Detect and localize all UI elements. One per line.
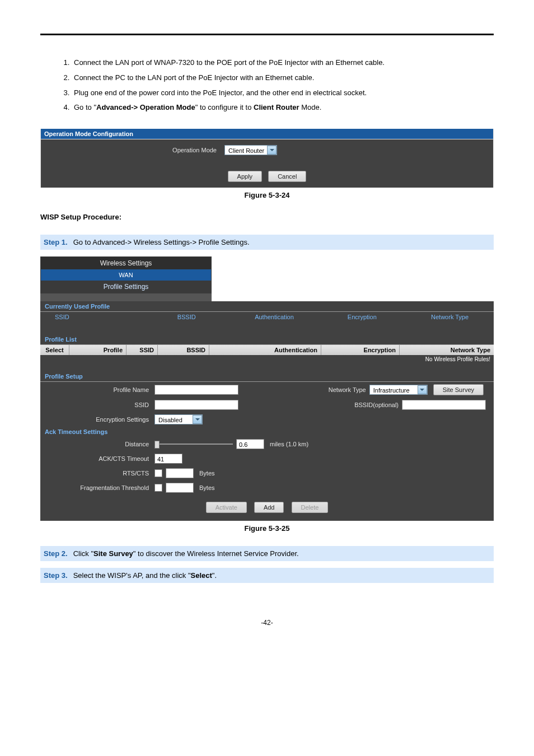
step-1-box: Step 1. Go to Advanced-> Wireless Settin… bbox=[40, 235, 494, 250]
step-3-text: Select the WISP's AP, and the click "Sel… bbox=[73, 571, 217, 580]
txt-bold: Site Survey bbox=[93, 549, 133, 558]
network-type-label: Network Type bbox=[329, 386, 366, 393]
txt: Mode. bbox=[299, 103, 322, 111]
txt-bold: Client Router bbox=[254, 103, 299, 111]
col-auth: Authentication bbox=[231, 314, 318, 320]
page-number: -42- bbox=[40, 619, 494, 627]
col-net: Network Type bbox=[406, 314, 494, 320]
nav-profile-settings[interactable]: Profile Settings bbox=[41, 281, 211, 293]
ack-cts-input[interactable]: 41 bbox=[154, 454, 182, 464]
numbered-list: Connect the LAN port of WNAP-7320 to the… bbox=[40, 55, 494, 115]
step-3-label: Step 3. bbox=[44, 571, 68, 580]
list-item: Connect the PC to the LAN port of the Po… bbox=[72, 71, 494, 86]
distance-label: Distance bbox=[45, 441, 151, 447]
step-2-box: Step 2. Click "Site Survey" to discover … bbox=[40, 546, 494, 561]
nav-gap bbox=[40, 293, 212, 301]
wisp-procedure-heading: WISP Setup Procedure: bbox=[40, 213, 494, 221]
operation-mode-label: Operation Mode bbox=[41, 147, 220, 153]
profile-list-empty: No Wireless Profile Rules! bbox=[40, 355, 494, 363]
th-select: Select bbox=[40, 345, 69, 355]
profile-list-title: Profile List bbox=[40, 334, 494, 345]
chevron-down-icon[interactable] bbox=[267, 146, 277, 155]
nav-wireless-settings[interactable]: Wireless Settings bbox=[41, 257, 211, 269]
col-bssid: BSSID bbox=[143, 314, 231, 320]
step-1-label: Step 1. bbox=[44, 238, 68, 246]
rts-cts-checkbox[interactable] bbox=[154, 469, 162, 477]
txt: Go to " bbox=[74, 103, 96, 111]
txt: " to configure it to bbox=[195, 103, 254, 111]
profile-setup-title: Profile Setup bbox=[40, 371, 494, 382]
bssid-optional-label: BSSID(optional) bbox=[354, 402, 399, 408]
txt-bold: Select bbox=[191, 571, 212, 580]
activate-button: Activate bbox=[206, 502, 247, 513]
chevron-down-icon[interactable] bbox=[418, 385, 427, 394]
fragmentation-label: Fragmentation Threshold bbox=[45, 484, 151, 491]
operation-mode-titlebar: Operation Mode Configuration bbox=[41, 129, 493, 139]
bytes-label: Bytes bbox=[197, 484, 217, 491]
th-ssid: SSID bbox=[127, 345, 158, 355]
step-3-box: Step 3. Select the WISP's AP, and the cl… bbox=[40, 568, 494, 583]
txt: Click " bbox=[73, 549, 93, 558]
currently-used-header: SSID BSSID Authentication Encryption Net… bbox=[40, 312, 494, 322]
slider-thumb[interactable] bbox=[154, 441, 160, 449]
distance-slider[interactable] bbox=[154, 442, 233, 446]
ack-timeout-title: Ack Timeout Settings bbox=[40, 427, 494, 437]
step-1-text: Go to Advanced-> Wireless Settings-> Pro… bbox=[73, 238, 250, 246]
th-bssid: BSSID bbox=[158, 345, 209, 355]
figure-caption: Figure 5-3-25 bbox=[40, 524, 494, 533]
profile-name-label: Profile Name bbox=[45, 386, 151, 393]
profile-name-input[interactable] bbox=[154, 385, 238, 395]
figure-caption: Figure 5-3-24 bbox=[40, 191, 494, 199]
txt: ". bbox=[212, 571, 217, 580]
col-ssid: SSID bbox=[40, 314, 143, 320]
profile-list-header: Select Profile SSID BSSID Authentication… bbox=[40, 345, 494, 355]
txt: " to discover the Wireless Internet Serv… bbox=[133, 549, 299, 558]
distance-value-input[interactable]: 0.6 bbox=[236, 439, 264, 449]
txt-bold: Advanced-> Operation Mode bbox=[96, 103, 195, 111]
rts-cts-input[interactable] bbox=[166, 468, 194, 478]
encryption-select[interactable]: Disabled bbox=[154, 414, 203, 424]
col-enc: Encryption bbox=[318, 314, 406, 320]
th-profile: Profile bbox=[69, 345, 127, 355]
th-auth: Authentication bbox=[209, 345, 321, 355]
distance-units: miles (1.0 km) bbox=[268, 441, 311, 447]
nav-wan[interactable]: WAN bbox=[41, 269, 211, 281]
delete-button: Delete bbox=[292, 502, 329, 513]
txt: Select the WISP's AP, and the click " bbox=[73, 571, 191, 580]
wireless-settings-nav: Wireless Settings WAN Profile Settings bbox=[40, 256, 212, 293]
operation-mode-select[interactable]: Client Router bbox=[224, 145, 277, 155]
ack-cts-label: ACK/CTS Timeout bbox=[45, 455, 151, 462]
currently-used-profile-title: Currently Used Profile bbox=[40, 301, 494, 312]
encryption-settings-label: Encryption Settings bbox=[45, 416, 151, 423]
apply-button[interactable]: Apply bbox=[228, 171, 263, 182]
bytes-label: Bytes bbox=[197, 470, 217, 477]
profile-settings-panel: Currently Used Profile SSID BSSID Authen… bbox=[40, 301, 494, 521]
encryption-value: Disabled bbox=[158, 417, 182, 423]
fragmentation-input[interactable] bbox=[166, 483, 194, 493]
list-item: Go to "Advanced-> Operation Mode" to con… bbox=[72, 100, 494, 115]
site-survey-button[interactable]: Site Survey bbox=[433, 384, 484, 395]
chevron-down-icon[interactable] bbox=[193, 415, 202, 424]
network-type-select[interactable]: Infrastructure bbox=[369, 385, 428, 395]
add-button[interactable]: Add bbox=[254, 502, 284, 513]
step-2-text: Click "Site Survey" to discover the Wire… bbox=[73, 549, 299, 558]
cancel-button[interactable]: Cancel bbox=[268, 171, 306, 182]
ssid-input[interactable] bbox=[154, 400, 238, 410]
fragmentation-checkbox[interactable] bbox=[154, 484, 162, 492]
list-item: Plug one end of the power cord into the … bbox=[72, 86, 494, 101]
step-2-label: Step 2. bbox=[44, 549, 68, 558]
bssid-input[interactable] bbox=[402, 400, 486, 410]
ssid-label: SSID bbox=[45, 402, 151, 408]
rts-cts-label: RTS/CTS bbox=[45, 470, 151, 477]
top-rule bbox=[40, 34, 494, 35]
network-type-value: Infrastructure bbox=[373, 387, 410, 394]
operation-mode-value: Client Router bbox=[228, 147, 264, 154]
th-enc: Encryption bbox=[321, 345, 400, 355]
list-item: Connect the LAN port of WNAP-7320 to the… bbox=[72, 55, 494, 71]
operation-mode-panel: Operation Mode Configuration Operation M… bbox=[40, 129, 494, 188]
th-net: Network Type bbox=[400, 345, 494, 355]
